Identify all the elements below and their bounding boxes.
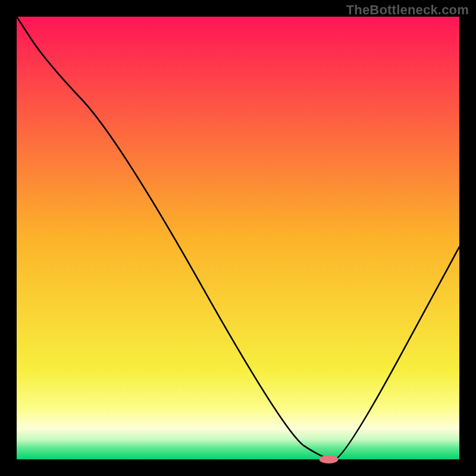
- chart-container: { "watermark": "TheBottleneck.com", "cha…: [0, 0, 476, 476]
- plot-background: [17, 17, 459, 459]
- bottleneck-chart: [0, 0, 476, 476]
- watermark-text: TheBottleneck.com: [346, 2, 469, 18]
- optimal-marker: [320, 455, 339, 464]
